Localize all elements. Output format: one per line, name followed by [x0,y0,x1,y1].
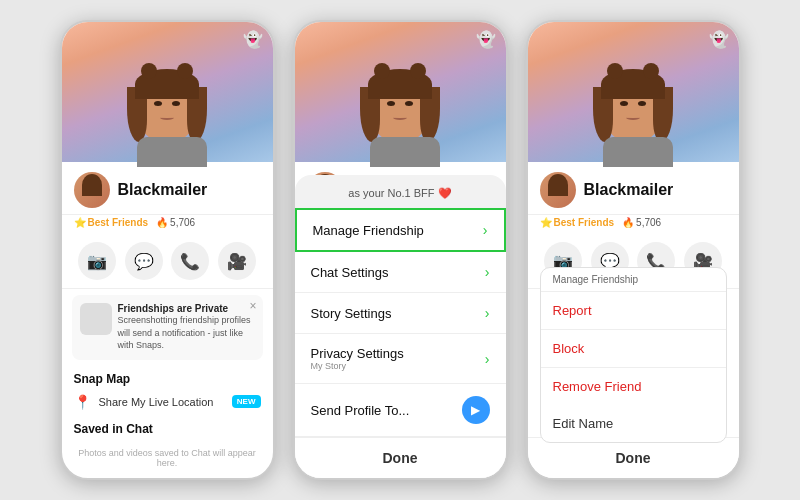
notif-title: Friendships are Private [118,303,255,314]
profile-section-right: Blackmailer [528,162,739,215]
avatar-head [137,77,197,142]
avatar-figure-right [588,32,678,152]
story-settings-item[interactable]: Story Settings › [295,293,506,334]
story-settings-chevron: › [485,305,490,321]
avatar-mouth-r [626,115,640,120]
chat-settings-label: Chat Settings [311,265,389,280]
avatar-hair-bun-left-r [607,63,623,79]
snapchat-logo-left: 👻 [243,30,263,49]
notif-close[interactable]: × [249,299,256,313]
saved-label: Saved in Chat [62,414,273,440]
privacy-settings-chevron: › [485,351,490,367]
avatar-hair-bun-left [141,63,157,79]
manage-friendship-chevron: › [483,222,488,238]
best-friends-badge-left: ⭐ Best Friends [74,217,149,228]
avatar-mouth-m [393,115,407,120]
avatar-body [137,137,207,167]
avatar-banner-right: 👻 [528,22,739,162]
remove-friend-item[interactable]: Remove Friend [541,368,726,405]
profile-name-right: Blackmailer [584,181,674,199]
saved-placeholder: Photos and videos saved to Chat will app… [62,440,273,476]
bff-text: as your No.1 BFF ❤️ [295,187,506,200]
snap-map-label: Snap Map [62,366,273,390]
avatar-eye-right [172,101,180,106]
chat-settings-item[interactable]: Chat Settings › [295,252,506,293]
avatar-eye-left [154,101,162,106]
privacy-settings-sub: My Story [311,361,404,371]
report-item[interactable]: Report [541,292,726,330]
phone-right: 👻 Blackm [526,20,741,480]
avatar-banner-middle: 👻 [295,22,506,162]
story-settings-label: Story Settings [311,306,392,321]
avatar-hair-bun-right-r [643,63,659,79]
avatar-eyes-r [620,101,646,106]
location-row: 📍 Share My Live Location NEW [62,390,273,414]
profile-section-left: Blackmailer [62,162,273,215]
avatar-eye-right-r [638,101,646,106]
camera-button[interactable]: 📷 [78,242,116,280]
phone-button[interactable]: 📞 [171,242,209,280]
phone-left: 👻 Blackm [60,20,275,480]
snapchat-logo-middle: 👻 [476,30,496,49]
avatar-body-m [370,137,440,167]
chat-button[interactable]: 💬 [125,242,163,280]
avatar-eyes-m [387,101,413,106]
submenu-header: Manage Friendship [541,268,726,292]
privacy-settings-item[interactable]: Privacy Settings My Story › [295,334,506,384]
send-profile-label: Send Profile To... [311,403,410,418]
phone-middle: 👻 Blackm [293,20,508,480]
chat-settings-chevron: › [485,264,490,280]
notif-text: Screenshotting friendship profiles will … [118,314,255,352]
profile-stats-right: ⭐ Best Friends 🔥 5,706 [528,215,739,234]
video-button[interactable]: 🎥 [218,242,256,280]
menu-overlay: as your No.1 BFF ❤️ Manage Friendship › … [295,175,506,478]
profile-mini-avatar-right [540,172,576,208]
new-badge: NEW [232,395,261,408]
avatar-figure-left [122,32,212,152]
snap-score-left: 🔥 5,706 [156,217,195,228]
done-button-middle[interactable]: Done [295,437,506,478]
avatar-banner-left: 👻 [62,22,273,162]
snapchat-logo-right: 👻 [709,30,729,49]
snap-score-right: 🔥 5,706 [622,217,661,228]
location-icon: 📍 [74,394,91,410]
avatar-hair-bun-right [177,63,193,79]
avatar-eye-right-m [405,101,413,106]
avatar-eye-left-r [620,101,628,106]
done-button-right[interactable]: Done [528,437,739,478]
action-buttons-left: 📷 💬 📞 🎥 [62,234,273,289]
notification-banner: Friendships are Private Screenshotting f… [72,295,263,360]
submenu-overlay: Manage Friendship Report Block Remove Fr… [540,267,727,443]
send-profile-item[interactable]: Send Profile To... ▶ [295,384,506,437]
profile-stats-left: ⭐ Best Friends 🔥 5,706 [62,215,273,234]
avatar-eyes [154,101,180,106]
edit-name-item[interactable]: Edit Name [541,405,726,442]
send-profile-button[interactable]: ▶ [462,396,490,424]
profile-mini-avatar-left [74,172,110,208]
avatar-figure-middle [355,32,445,152]
best-friends-badge-right: ⭐ Best Friends [540,217,615,228]
avatar-body-r [603,137,673,167]
avatar-hair-bun-right-m [410,63,426,79]
avatar-hair-bun-left-m [374,63,390,79]
avatar-head-right [603,77,663,142]
avatar-head-middle [370,77,430,142]
avatar-mouth [160,115,174,120]
location-text: Share My Live Location [99,396,224,408]
avatar-eye-left-m [387,101,395,106]
manage-friendship-label: Manage Friendship [313,223,424,238]
notif-icon [80,303,112,335]
profile-name-left: Blackmailer [118,181,208,199]
manage-friendship-item[interactable]: Manage Friendship › [295,208,506,252]
block-item[interactable]: Block [541,330,726,368]
privacy-settings-label: Privacy Settings [311,346,404,361]
